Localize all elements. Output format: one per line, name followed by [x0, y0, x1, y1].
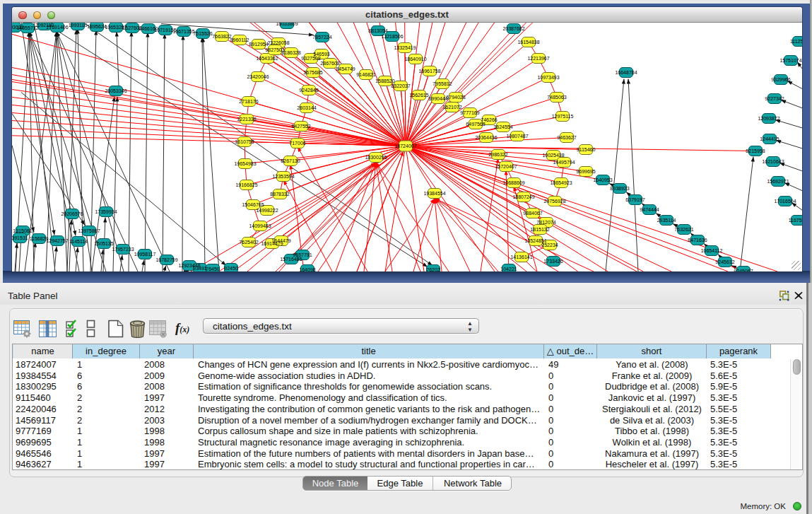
svg-text:9474444: 9474444: [640, 207, 659, 212]
svg-text:1221338: 1221338: [237, 117, 256, 122]
svg-text:6794028: 6794028: [446, 95, 465, 100]
svg-text:1167534: 1167534: [789, 218, 802, 223]
svg-text:9146821: 9146821: [356, 72, 375, 77]
svg-text:7485063: 7485063: [547, 95, 566, 100]
svg-text:15692971: 15692971: [767, 179, 789, 184]
svg-text:16543362: 16543362: [256, 56, 278, 61]
svg-text:9463627: 9463627: [557, 135, 576, 140]
svg-text:19654983: 19654983: [234, 161, 256, 166]
svg-text:16648784: 16648784: [615, 70, 637, 75]
svg-text:10958117: 10958117: [134, 252, 156, 257]
svg-text:18807249: 18807249: [512, 194, 534, 199]
svg-text:16154838: 16154838: [517, 40, 539, 45]
svg-text:8878332: 8878332: [270, 192, 289, 197]
svg-text:252234: 252234: [541, 243, 558, 247]
svg-text:8813054: 8813054: [368, 28, 387, 33]
svg-text:1505135: 1505135: [94, 241, 113, 246]
svg-text:93491: 93491: [193, 266, 207, 271]
svg-text:92450: 92450: [224, 266, 238, 271]
svg-text:1562615: 1562615: [409, 93, 428, 98]
svg-text:10654112: 10654112: [701, 248, 723, 253]
svg-text:7663822: 7663822: [212, 34, 231, 39]
svg-text:2935114: 2935114: [657, 218, 676, 223]
svg-text:1145114: 1145114: [69, 239, 88, 244]
svg-text:1610755: 1610755: [235, 139, 254, 144]
svg-text:23226058: 23226058: [267, 40, 289, 45]
svg-text:8186328: 8186328: [281, 50, 300, 55]
svg-text:14099483: 14099483: [249, 223, 271, 228]
svg-text:1112541: 1112541: [790, 39, 802, 44]
svg-text:7955812: 7955812: [433, 81, 452, 86]
svg-text:10973493: 10973493: [537, 75, 559, 80]
svg-text:16782759: 16782759: [155, 257, 177, 262]
svg-text:2986322: 2986322: [488, 152, 507, 157]
svg-text:1244415: 1244415: [760, 136, 779, 141]
svg-text:8427552: 8427552: [291, 124, 310, 129]
svg-text:1588520: 1588520: [375, 78, 394, 83]
svg-text:16961758: 16961758: [418, 69, 440, 74]
svg-text:18300295: 18300295: [365, 155, 387, 160]
svg-text:13325419: 13325419: [394, 45, 416, 50]
svg-text:26053346: 26053346: [105, 88, 126, 93]
svg-text:12353594: 12353594: [272, 174, 294, 179]
svg-text:14998222: 14998222: [256, 208, 278, 213]
svg-text:16210643: 16210643: [762, 159, 784, 164]
svg-text:1621072: 1621072: [442, 105, 461, 110]
svg-text:10688609: 10688609: [502, 180, 524, 185]
svg-text:12093872: 12093872: [758, 116, 779, 121]
svg-text:20756928: 20756928: [543, 199, 565, 204]
svg-text:17359934: 17359934: [95, 209, 117, 214]
svg-text:9245067: 9245067: [734, 269, 753, 271]
svg-text:2803144: 2803144: [297, 105, 316, 110]
svg-text:76202: 76202: [426, 267, 440, 271]
svg-text:14495794: 14495794: [553, 160, 575, 165]
svg-text:15046765: 15046765: [242, 202, 264, 207]
svg-text:546593: 546593: [313, 52, 329, 57]
svg-text:16671355: 16671355: [172, 29, 194, 34]
svg-text:7857224: 7857224: [312, 35, 331, 40]
svg-text:6379197: 6379197: [625, 197, 645, 202]
svg-text:17016504: 17016504: [774, 199, 796, 204]
svg-text:746266: 746266: [481, 117, 497, 122]
svg-text:7812074: 7812074: [536, 220, 555, 225]
svg-text:104221: 104221: [500, 267, 517, 271]
svg-text:20364436: 20364436: [475, 135, 497, 140]
svg-text:1644479: 1644479: [271, 238, 290, 243]
svg-text:9777169: 9777169: [460, 110, 479, 115]
svg-text:8938923: 8938923: [610, 186, 629, 191]
svg-text:717006: 717006: [289, 141, 305, 146]
svg-text:17957233: 17957233: [112, 247, 134, 252]
svg-text:1640953: 1640953: [593, 177, 612, 182]
svg-text:7625402: 7625402: [239, 240, 258, 245]
svg-text:19384554: 19384554: [423, 191, 445, 196]
svg-text:7515526: 7515526: [193, 31, 212, 36]
svg-text:10025438: 10025438: [542, 153, 564, 158]
svg-text:6497568: 6497568: [466, 122, 485, 127]
svg-text:391531: 391531: [12, 235, 28, 240]
svg-text:8990444: 8990444: [428, 96, 447, 101]
svg-text:23420046: 23420046: [247, 74, 269, 79]
svg-text:12213967: 12213967: [527, 56, 549, 61]
svg-text:8267130: 8267130: [281, 158, 300, 163]
svg-text:20387682: 20387682: [502, 26, 524, 31]
svg-text:12942757: 12942757: [46, 238, 68, 243]
svg-text:15716485: 15716485: [280, 257, 302, 262]
svg-text:8454749: 8454749: [336, 66, 355, 71]
svg-text:9327508: 9327508: [301, 56, 320, 61]
svg-text:9245612: 9245612: [715, 259, 734, 264]
svg-text:18724007: 18724007: [394, 144, 416, 148]
svg-text:1895624: 1895624: [87, 24, 106, 29]
svg-text:9242848: 9242848: [299, 88, 318, 93]
svg-text:1733426: 1733426: [543, 259, 563, 264]
svg-text:14136141: 14136141: [510, 255, 532, 259]
svg-text:7632621: 7632621: [674, 227, 693, 232]
svg-text:3624554: 3624554: [493, 124, 512, 129]
svg-text:164098: 164098: [299, 267, 315, 271]
svg-text:9115460: 9115460: [577, 147, 596, 152]
svg-text:2718176: 2718176: [239, 99, 258, 104]
svg-text:9884067: 9884067: [523, 211, 542, 216]
svg-text:1315061: 1315061: [13, 228, 32, 233]
svg-text:15751074: 15751074: [779, 58, 801, 63]
svg-text:9699695: 9699695: [576, 169, 595, 174]
svg-text:13975867: 13975867: [78, 228, 100, 233]
